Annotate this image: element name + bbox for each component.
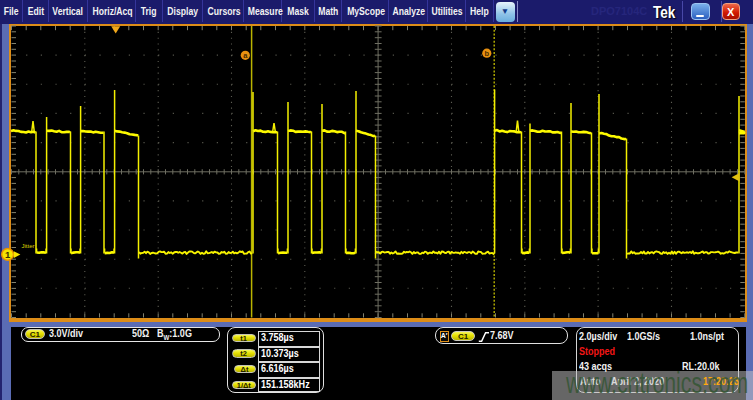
svg-text:Jitter: Jitter [22, 243, 35, 249]
svg-text:1: 1 [5, 249, 11, 260]
svg-text:b: b [485, 49, 490, 58]
